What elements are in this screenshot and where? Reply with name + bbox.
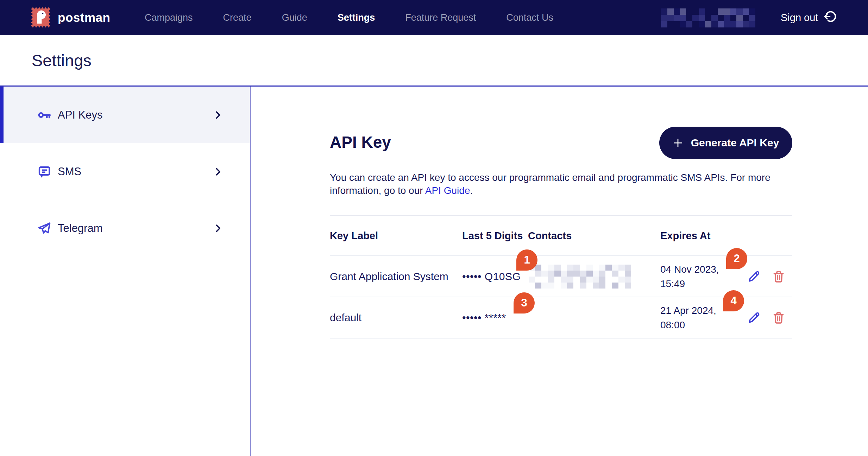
pencil-icon xyxy=(746,269,762,284)
brand-name: postman xyxy=(58,11,110,25)
nav-link-settings[interactable]: Settings xyxy=(338,12,375,23)
delete-key-button[interactable] xyxy=(771,269,786,284)
sidebar-item-telegram[interactable]: Telegram xyxy=(0,200,250,256)
delete-key-button[interactable] xyxy=(771,310,786,325)
sidebar-item-label: API Keys xyxy=(58,109,103,121)
contacts-redacted xyxy=(529,265,631,289)
sidebar-item-api-keys[interactable]: API Keys xyxy=(0,87,250,143)
chevron-right-icon xyxy=(213,110,223,120)
api-key-title: API Key xyxy=(330,133,391,152)
actions-cell xyxy=(731,310,792,325)
description-suffix: . xyxy=(470,185,473,196)
description-line1: You can create an API key to access our … xyxy=(330,172,770,183)
contacts-cell xyxy=(528,265,660,289)
navbar: postman Campaigns Create Guide Settings … xyxy=(0,0,868,35)
table-header-contacts: Contacts xyxy=(528,230,660,242)
sidebar-item-sms[interactable]: SMS xyxy=(0,143,250,200)
trash-icon xyxy=(771,310,786,325)
signout-button[interactable]: Sign out xyxy=(781,0,837,35)
annotation-badge-1: 1 xyxy=(516,249,537,271)
annotation-badge-2: 2 xyxy=(726,248,747,269)
nav-link-feature-request[interactable]: Feature Request xyxy=(405,12,476,23)
postman-stamp-logo-icon xyxy=(31,7,50,27)
expires-at-cell: 04 Nov 2023, 15:49 xyxy=(660,262,731,291)
sidebar-item-label: Telegram xyxy=(58,222,103,235)
plus-icon xyxy=(673,138,683,148)
actions-cell xyxy=(731,269,792,284)
table-header-key-label: Key Label xyxy=(330,230,462,242)
sidebar-item-label: SMS xyxy=(58,165,81,178)
annotation-badge-4: 4 xyxy=(723,290,744,311)
content-divider xyxy=(250,87,251,456)
logout-icon xyxy=(824,10,837,26)
table-header-row: Key Label Last 5 Digits Contacts Expires… xyxy=(330,215,792,256)
expires-at-cell: 21 Apr 2024, 08:00 xyxy=(660,303,731,332)
nav-link-create[interactable]: Create xyxy=(223,12,252,23)
annotation-badge-3: 3 xyxy=(514,292,535,314)
table-header-last-5-digits: Last 5 Digits xyxy=(462,230,528,242)
settings-sidebar: API Keys SMS Telegram xyxy=(0,87,250,456)
edit-key-button[interactable] xyxy=(746,310,762,325)
user-name-redacted xyxy=(661,8,755,27)
edit-key-button[interactable] xyxy=(746,269,762,284)
page-title: Settings xyxy=(32,51,92,70)
nav-links: Campaigns Create Guide Settings Feature … xyxy=(145,0,553,35)
last-5-digits-cell: ••••• Q10SG xyxy=(462,271,528,283)
sms-icon xyxy=(37,165,51,179)
api-guide-link[interactable]: API Guide xyxy=(425,185,470,196)
key-icon xyxy=(37,108,51,122)
chevron-right-icon xyxy=(213,223,223,234)
nav-link-contact-us[interactable]: Contact Us xyxy=(506,12,553,23)
nav-link-guide[interactable]: Guide xyxy=(282,12,307,23)
api-key-description: You can create an API key to access our … xyxy=(330,171,823,197)
nav-link-campaigns[interactable]: Campaigns xyxy=(145,12,193,23)
telegram-icon xyxy=(37,221,51,235)
key-label-cell: Grant Application System xyxy=(330,271,462,283)
table-header-expires-at: Expires At xyxy=(660,230,731,242)
table-row: Grant Application System ••••• Q10SG 04 … xyxy=(330,256,792,297)
description-line2: information, go to our xyxy=(330,185,425,196)
api-keys-table: Key Label Last 5 Digits Contacts Expires… xyxy=(330,215,792,338)
signout-label: Sign out xyxy=(781,12,818,24)
chevron-right-icon xyxy=(213,166,223,177)
generate-api-key-button[interactable]: Generate API Key xyxy=(659,127,792,159)
pencil-icon xyxy=(746,310,762,325)
key-label-cell: default xyxy=(330,312,462,324)
section-divider xyxy=(0,86,868,87)
generate-api-key-label: Generate API Key xyxy=(691,137,779,149)
trash-icon xyxy=(771,269,786,284)
